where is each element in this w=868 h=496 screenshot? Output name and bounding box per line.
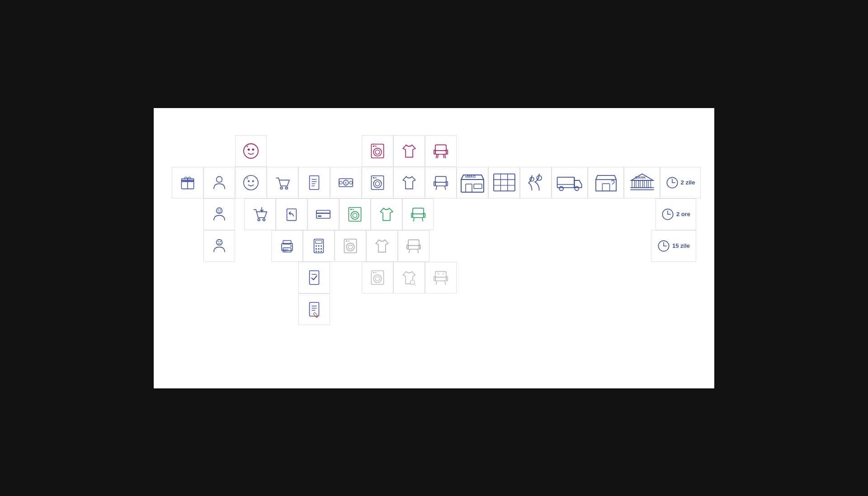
svg-rect-141 — [373, 272, 375, 273]
emag-store-icon: eMAG — [457, 167, 488, 198]
svg-point-80 — [220, 209, 221, 210]
washing-machine-blue-icon — [362, 167, 393, 198]
svg-rect-112 — [316, 241, 322, 243]
time-2zile-label: 2 zile — [681, 179, 695, 186]
svg-rect-128 — [408, 246, 419, 249]
chair-gray-arrow-icon — [425, 262, 457, 293]
sad-person-icon — [203, 230, 235, 262]
svg-rect-51 — [494, 174, 515, 191]
svg-line-144 — [414, 284, 415, 285]
svg-rect-71 — [644, 180, 646, 188]
clock-2zile-icon: 2 zile — [660, 167, 701, 198]
shirt-gray-icon — [366, 230, 398, 262]
svg-rect-126 — [348, 241, 349, 241]
svg-point-114 — [318, 245, 319, 246]
pink-chair-icon — [425, 135, 457, 167]
svg-line-44 — [445, 186, 446, 189]
cart-add-icon — [244, 198, 276, 230]
washing-machine-green-icon — [339, 198, 371, 230]
blue-face-icon — [235, 167, 267, 198]
svg-rect-149 — [434, 276, 435, 281]
chair-gray-icon — [398, 230, 429, 262]
svg-rect-59 — [557, 177, 574, 188]
happy-person-icon — [203, 198, 235, 230]
svg-rect-40 — [375, 177, 376, 178]
shelves-icon — [488, 167, 520, 198]
svg-rect-125 — [346, 241, 348, 241]
svg-text:eMAG: eMAG — [465, 175, 476, 179]
gift-box-icon — [172, 167, 203, 198]
payment-card-icon — [307, 198, 339, 230]
svg-rect-68 — [632, 180, 634, 188]
svg-rect-72 — [648, 180, 651, 188]
svg-point-34 — [349, 181, 352, 184]
svg-rect-91 — [350, 209, 352, 210]
main-canvas: $ — [154, 108, 714, 388]
svg-point-124 — [348, 245, 353, 249]
svg-rect-92 — [353, 209, 354, 210]
washing-machine-gray-icon — [335, 230, 366, 262]
pink-face-icon — [235, 135, 267, 167]
chair-blue-icon — [425, 167, 457, 198]
svg-point-61 — [575, 187, 579, 191]
svg-rect-64 — [596, 180, 616, 191]
svg-rect-8 — [435, 145, 446, 151]
svg-point-81 — [258, 218, 260, 221]
time-2ore-label: 2 ore — [676, 211, 690, 217]
svg-point-21 — [244, 175, 258, 190]
svg-point-0 — [244, 144, 258, 158]
svg-rect-84 — [287, 209, 297, 221]
svg-point-102 — [217, 239, 222, 245]
svg-rect-7 — [375, 146, 376, 146]
svg-rect-47 — [461, 180, 484, 192]
svg-rect-142 — [375, 272, 376, 273]
washing-machine-gray2-icon — [362, 262, 393, 293]
svg-rect-46 — [446, 181, 448, 186]
shirt-blue-icon — [393, 167, 425, 198]
svg-line-152 — [438, 273, 439, 274]
shirt-green-icon — [371, 198, 402, 230]
svg-line-96 — [422, 217, 423, 221]
svg-rect-132 — [419, 245, 420, 249]
svg-point-79 — [217, 209, 218, 210]
svg-rect-127 — [408, 240, 419, 246]
bank-icon: BANK — [624, 167, 660, 198]
svg-point-78 — [217, 208, 222, 213]
cart-icon — [267, 167, 298, 198]
svg-point-104 — [220, 241, 221, 242]
svg-rect-150 — [446, 276, 448, 281]
svg-rect-131 — [407, 245, 408, 249]
svg-rect-85 — [316, 210, 330, 218]
money-icon: $ — [330, 167, 362, 198]
chair-green-icon — [402, 198, 434, 230]
svg-point-119 — [316, 250, 317, 252]
svg-point-89 — [351, 211, 359, 219]
svg-point-4 — [373, 148, 382, 156]
svg-point-110 — [290, 245, 292, 246]
svg-rect-97 — [411, 213, 413, 217]
svg-line-43 — [436, 186, 437, 189]
svg-point-5 — [375, 150, 380, 154]
return-icon — [276, 198, 307, 230]
svg-point-60 — [559, 187, 563, 191]
svg-rect-39 — [373, 177, 375, 178]
calculator-icon — [303, 230, 335, 262]
svg-rect-146 — [435, 277, 446, 281]
print-icon — [271, 230, 303, 262]
pink-washing-machine-icon — [362, 135, 393, 167]
svg-point-38 — [375, 181, 380, 186]
svg-line-130 — [418, 249, 419, 253]
svg-point-139 — [373, 274, 382, 283]
svg-point-118 — [321, 248, 322, 249]
svg-point-24 — [280, 187, 283, 189]
svg-point-115 — [321, 245, 322, 246]
location-pins-icon — [520, 167, 552, 198]
clock-15zile-icon: 15 zile — [651, 230, 696, 262]
svg-rect-50 — [474, 184, 482, 189]
svg-rect-45 — [434, 181, 435, 186]
shop-building-icon — [588, 167, 624, 198]
document-check-icon — [298, 262, 330, 293]
svg-point-143 — [410, 280, 415, 284]
truck-icon — [552, 167, 588, 198]
order-document-icon — [298, 167, 330, 198]
